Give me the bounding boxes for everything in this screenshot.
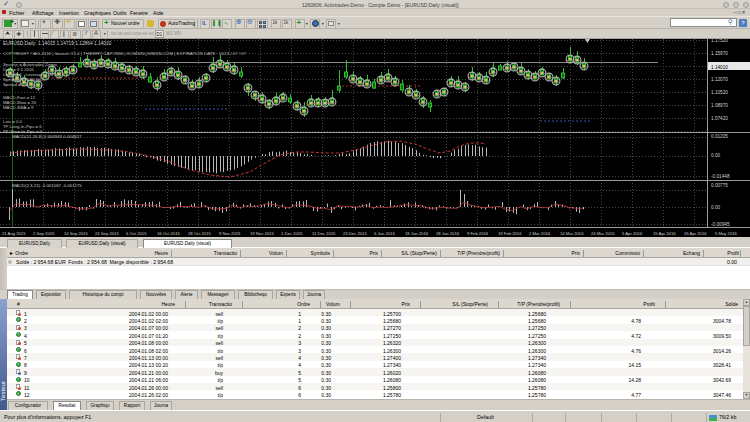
- svg-text:-0.00945: -0.00945: [711, 222, 730, 227]
- svg-text:MACD(2,3,21) -0.001067 -0.0011: MACD(2,3,21) -0.001067 -0.001175: [12, 183, 82, 188]
- svg-text:1.17520: 1.17520: [711, 39, 728, 43]
- svg-text:0.00: 0.00: [711, 205, 721, 210]
- svg-text:24 Sep 2015: 24 Sep 2015: [95, 231, 119, 236]
- svg-text:26 Apr 2016: 26 Apr 2016: [684, 231, 707, 236]
- svg-text:16 Oct 2015: 16 Oct 2015: [157, 231, 180, 236]
- svg-text:0.00775: 0.00775: [711, 183, 728, 188]
- svg-text:1.14010: 1.14010: [711, 65, 728, 70]
- svg-text:1.10520: 1.10520: [711, 90, 728, 95]
- svg-text:COPYRIGHT ©AG-2016 | Swatch-V1: COPYRIGHT ©AG-2016 | Swatch-V1.0 | THIER…: [3, 51, 247, 56]
- svg-text:2 Sep 2015: 2 Sep 2015: [33, 231, 55, 236]
- svg-text:MACD-SMA = 9: MACD-SMA = 9: [3, 105, 34, 110]
- svg-text:19 Feb 2016: 19 Feb 2016: [498, 231, 522, 236]
- svg-text:Spread = 1.6: Spread = 1.6: [3, 82, 28, 87]
- svg-text:5 May 2016: 5 May 2016: [715, 231, 738, 236]
- svg-text:28 Jan 2016: 28 Jan 2016: [436, 231, 460, 236]
- svg-text:19 Nov 2015: 19 Nov 2015: [250, 231, 274, 236]
- svg-text:1.08970: 1.08970: [711, 103, 728, 108]
- svg-text:9 Nov 2015: 9 Nov 2015: [219, 231, 241, 236]
- svg-text:6 Jan 2016: 6 Jan 2016: [374, 231, 395, 236]
- svg-text:MACD(12,26,9) 0.004943 0.00461: MACD(12,26,9) 0.004943 0.004617: [12, 134, 82, 139]
- svg-text:9 Feb 2016: 9 Feb 2016: [467, 231, 489, 236]
- svg-text:11 Dec 2015: 11 Dec 2015: [312, 231, 336, 236]
- svg-text:0.00: 0.00: [711, 153, 721, 158]
- svg-text:23 Dec 2015: 23 Dec 2015: [343, 231, 367, 236]
- svg-text:1.15970: 1.15970: [711, 51, 728, 56]
- svg-text:1.07420: 1.07420: [711, 116, 728, 121]
- svg-text:15 Apr 2016: 15 Apr 2016: [653, 231, 676, 236]
- svg-text:14 Mar 2016: 14 Mar 2016: [560, 231, 584, 236]
- svg-text:14 Sep 2015: 14 Sep 2015: [64, 231, 88, 236]
- svg-text:2 Mar 2016: 2 Mar 2016: [529, 231, 551, 236]
- svg-text:28 Oct 2015: 28 Oct 2015: [188, 231, 211, 236]
- svg-text:24 Mar 2016: 24 Mar 2016: [591, 231, 615, 236]
- svg-text:6 Oct 2015: 6 Oct 2015: [126, 231, 147, 236]
- svg-text:21 Aug 2015: 21 Aug 2015: [2, 231, 26, 236]
- svg-text:0.01205: 0.01205: [711, 134, 728, 139]
- svg-text:1 Dec 2015: 1 Dec 2015: [281, 231, 303, 236]
- svg-text:18 Jan 2016: 18 Jan 2016: [405, 231, 429, 236]
- svg-text:-0.01448: -0.01448: [711, 174, 730, 179]
- svg-text:EURUSD,Daily: 1.14015 1.14719: EURUSD,Daily: 1.14015 1.14719 1.12864 1.…: [3, 41, 112, 46]
- svg-text:1.12070: 1.12070: [711, 77, 728, 82]
- svg-text:5 Apr 2016: 5 Apr 2016: [622, 231, 643, 236]
